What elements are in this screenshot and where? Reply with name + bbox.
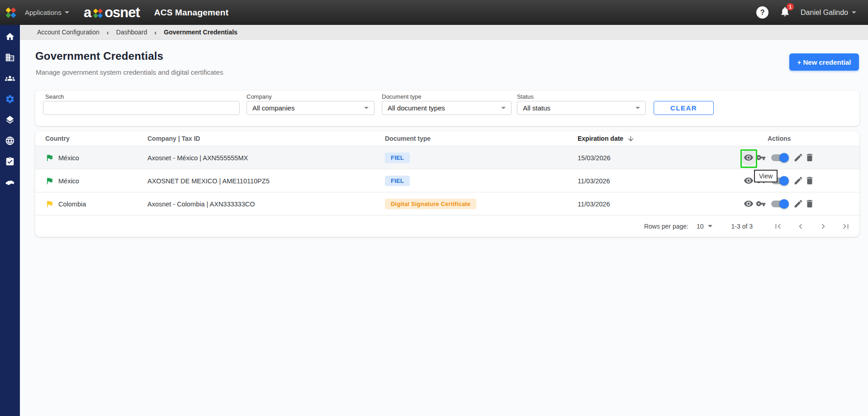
help-icon: ? (760, 9, 765, 17)
document-type-select[interactable]: All document types (382, 101, 512, 115)
globe-icon (5, 136, 15, 146)
brand-word-start: a (84, 5, 91, 21)
trash-icon (805, 153, 815, 163)
new-credential-button[interactable]: + New credential (789, 53, 859, 71)
pencil-icon (793, 153, 803, 163)
chevron-down-icon (636, 107, 640, 109)
last-page-icon (841, 221, 851, 231)
users-icon (5, 73, 15, 83)
active-toggle[interactable] (771, 154, 788, 161)
status-label: Status (517, 93, 534, 100)
table-pagination: Rows per page: 10 1-3 of 3 (35, 215, 859, 237)
brand-word-end: osnet (104, 5, 140, 21)
previous-page-button[interactable] (795, 221, 806, 232)
applications-menu[interactable]: Applications (25, 9, 69, 16)
sidebar-nav (0, 25, 20, 416)
last-page-button[interactable] (840, 221, 851, 232)
table-header-row: Country Company | Tax ID Document type E… (35, 131, 859, 146)
view-button[interactable] (744, 176, 754, 186)
layers-icon (5, 115, 15, 125)
first-page-button[interactable] (773, 221, 783, 232)
top-app-bar: Applications a osnet ACS Management ? 1 (0, 0, 868, 25)
next-page-button[interactable] (818, 221, 829, 232)
view-button[interactable] (744, 199, 754, 210)
user-menu[interactable]: Daniel Galindo (801, 9, 856, 17)
chevron-right-icon (818, 221, 828, 231)
search-input[interactable] (43, 101, 239, 115)
credentials-key-button[interactable] (756, 153, 767, 163)
country-cell: México (58, 154, 79, 162)
status-select[interactable]: All status (517, 101, 646, 115)
help-button[interactable]: ? (756, 6, 768, 19)
flag-icon (45, 153, 54, 162)
expiration-date-cell: 11/03/2026 (578, 169, 610, 192)
breadcrumb: Account Configuration ‹ Dashboard ‹ Gove… (20, 25, 868, 40)
rows-per-page-select[interactable]: 10 (697, 223, 712, 230)
table-row: Colombia Axosnet - Colombia | AXN333333C… (35, 192, 859, 215)
toggle-knob (779, 199, 789, 209)
active-toggle[interactable] (771, 201, 788, 207)
expiration-date-cell: 11/03/2026 (578, 192, 610, 215)
notification-badge: 1 (787, 3, 794, 10)
clear-filters-button[interactable]: CLEAR (654, 101, 714, 115)
table-row: México AXOSNET DE MEXICO | AME110110PZ5 … (35, 169, 859, 192)
document-type-badge: FIEL (385, 153, 410, 163)
settings-gear-icon (5, 94, 15, 104)
key-icon (756, 199, 766, 209)
brand-wordmark: a osnet (84, 5, 140, 21)
notifications-button[interactable]: 1 (779, 6, 791, 19)
toggle-knob (779, 176, 789, 186)
breadcrumb-account-configuration[interactable]: Account Configuration (37, 29, 100, 36)
sort-descending-icon (627, 135, 635, 143)
sidebar-item-home[interactable] (0, 27, 20, 47)
brand-x-icon (92, 7, 104, 19)
view-tooltip: View (754, 170, 778, 182)
trash-icon (805, 176, 815, 186)
edit-button[interactable] (793, 176, 804, 186)
company-tax-id-cell: Axosnet - México | AXN555555MX (147, 146, 248, 169)
delete-button[interactable] (805, 176, 816, 186)
first-page-icon (773, 221, 783, 231)
sidebar-item-services[interactable] (0, 110, 20, 130)
expiration-date-cell: 15/03/2026 (578, 146, 611, 169)
chevron-left-icon (796, 221, 806, 231)
company-select[interactable]: All companies (247, 101, 375, 115)
delete-button[interactable] (805, 153, 816, 163)
country-cell: Colombia (58, 201, 86, 208)
credentials-key-button[interactable] (756, 199, 767, 210)
building-icon (5, 53, 15, 62)
sidebar-item-users[interactable] (0, 68, 20, 88)
pagination-range: 1-3 of 3 (731, 223, 753, 230)
page-title: Government Credentials (35, 50, 163, 62)
flag-icon (45, 200, 54, 208)
applications-label: Applications (25, 9, 62, 16)
document-type-badge: Digital Signature Certificate (385, 199, 476, 209)
sidebar-item-global[interactable] (0, 131, 20, 151)
sidebar-item-companies[interactable] (0, 48, 20, 67)
edit-button[interactable] (793, 199, 804, 210)
country-cell: México (58, 177, 79, 185)
column-header-expiration-date[interactable]: Expiration date (578, 131, 635, 146)
user-name: Daniel Galindo (801, 9, 848, 17)
delete-button[interactable] (805, 199, 816, 210)
sidebar-item-partners[interactable] (0, 172, 20, 192)
column-header-country: Country (45, 131, 70, 146)
sidebar-item-tasks[interactable] (0, 152, 20, 172)
chevron-down-icon (852, 11, 856, 14)
rows-per-page-value: 10 (697, 223, 704, 230)
status-select-value: All status (523, 104, 550, 112)
chevron-down-icon (501, 107, 506, 109)
pencil-icon (793, 199, 803, 209)
screen: Applications a osnet ACS Management ? 1 (0, 0, 868, 416)
document-type-select-value: All document types (388, 104, 445, 112)
document-type-badge: FIEL (385, 176, 410, 186)
search-label: Search (45, 93, 64, 100)
app-title: ACS Management (154, 8, 228, 18)
sidebar-item-settings-active[interactable] (0, 89, 20, 109)
edit-button[interactable] (793, 153, 804, 163)
flag-icon (45, 177, 54, 185)
breadcrumb-separator-icon: ‹ (107, 29, 109, 36)
breadcrumb-dashboard[interactable]: Dashboard (116, 29, 147, 36)
pencil-icon (793, 176, 803, 186)
company-select-value: All companies (252, 104, 294, 112)
